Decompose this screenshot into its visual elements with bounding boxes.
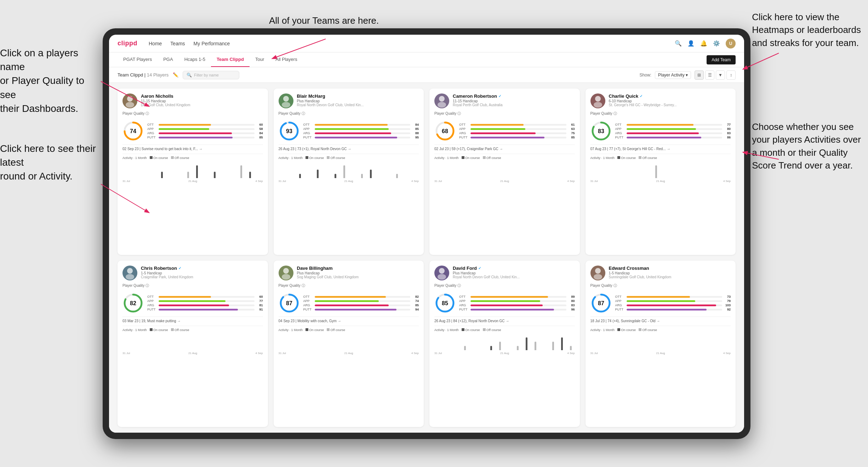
- activity-title: Activity · 1 Month: [122, 328, 147, 332]
- player-name[interactable]: Blair McHarg: [297, 93, 419, 99]
- player-name[interactable]: Dave Billingham: [297, 266, 419, 271]
- off-course-legend[interactable]: Off course: [171, 156, 189, 160]
- list-view-button[interactable]: ☰: [705, 70, 714, 80]
- tab-pga[interactable]: PGA: [158, 52, 178, 67]
- svg-point-1: [126, 102, 134, 108]
- stat-bar-bg-arg: [315, 304, 411, 306]
- on-course-legend[interactable]: On course: [462, 328, 480, 332]
- stat-label-arg: ARG: [303, 131, 313, 135]
- player-name[interactable]: Aaron Nicholls: [141, 93, 263, 99]
- nav-logo[interactable]: clippd: [118, 40, 137, 47]
- quality-stats: OTT 84 APP 85 ARG 88 PUTT 95: [303, 123, 419, 139]
- on-course-legend[interactable]: On course: [617, 156, 636, 160]
- latest-round-text[interactable]: 04 Sep 23 | Mobility with coach, Gym →: [279, 319, 419, 323]
- quality-label[interactable]: Player Quality ⓘ: [122, 283, 263, 288]
- off-course-legend[interactable]: Off course: [483, 156, 501, 160]
- tab-all-players[interactable]: All Players: [270, 52, 303, 67]
- search-box[interactable]: 🔍 Filter by name: [183, 71, 239, 79]
- player-score-circle[interactable]: 68: [434, 120, 456, 142]
- quality-label[interactable]: Player Quality ⓘ: [434, 283, 575, 288]
- on-course-legend[interactable]: On course: [617, 328, 636, 332]
- off-course-legend[interactable]: Off course: [171, 328, 189, 332]
- latest-round: 26 Aug 23 | 73 (+1), Royal North Devon G…: [279, 144, 419, 151]
- show-select[interactable]: Player Activity ▾: [655, 71, 691, 79]
- latest-round-text[interactable]: 26 Aug 23 | 84 (+12), Royal North Devon …: [434, 319, 575, 323]
- player-score-circle[interactable]: 74: [122, 120, 144, 142]
- tab-pgat[interactable]: PGAT Players: [118, 52, 158, 67]
- stat-value-arg: 103: [724, 303, 731, 307]
- off-course-legend[interactable]: Off course: [327, 328, 345, 332]
- off-course-legend[interactable]: Off course: [639, 328, 657, 332]
- quality-label[interactable]: Player Quality ⓘ: [434, 111, 575, 116]
- quality-label[interactable]: Player Quality ⓘ: [122, 111, 263, 116]
- latest-round-text[interactable]: 18 Jul 23 | 74 (+4), Sunningdale GC - Ol…: [590, 319, 731, 323]
- edit-icon[interactable]: ✏️: [173, 72, 178, 78]
- bell-icon[interactable]: 🔔: [700, 40, 707, 47]
- player-name[interactable]: Edward Crossman: [609, 266, 731, 271]
- quality-label[interactable]: Player Quality ⓘ: [590, 283, 731, 288]
- tab-hcaps[interactable]: Hcaps 1-5: [179, 52, 211, 67]
- on-course-legend[interactable]: On course: [305, 328, 324, 332]
- svg-point-36: [594, 274, 602, 280]
- player-name[interactable]: Cameron Robertson ✓: [453, 93, 575, 99]
- latest-round-text[interactable]: 26 Aug 23 | 73 (+1), Royal North Devon G…: [279, 147, 419, 151]
- off-course-legend[interactable]: Off course: [639, 156, 657, 160]
- stat-row-ott: OTT 84: [303, 123, 419, 126]
- player-card: Blair McHarg Plus Handicap Royal North D…: [274, 89, 424, 255]
- profile-icon[interactable]: 👤: [687, 40, 695, 47]
- stat-bar-app: [627, 300, 695, 302]
- grid-view-button[interactable]: ⊞: [695, 70, 704, 80]
- player-name[interactable]: David Ford ✓: [453, 266, 575, 271]
- add-team-button[interactable]: Add Team: [707, 55, 736, 64]
- quality-stats: OTT 89 APP 80 ARG 83 PUTT 96: [459, 295, 575, 311]
- on-course-dot: [150, 328, 153, 331]
- latest-round-text[interactable]: 02 Sep 23 | Sunrise round to get back in…: [122, 147, 263, 151]
- player-score-circle[interactable]: 87: [590, 292, 612, 314]
- on-course-legend[interactable]: On course: [305, 156, 324, 160]
- player-info: Edward Crossman 1-5 Handicap Sunningdale…: [609, 266, 731, 279]
- stat-bar-bg-ott: [627, 296, 723, 298]
- activity-section: Activity · 1 Month On course Off course: [434, 326, 575, 355]
- sort-button[interactable]: ↕: [726, 70, 736, 80]
- stat-label-arg: ARG: [459, 303, 469, 307]
- svg-point-11: [438, 102, 446, 108]
- latest-round-text[interactable]: 02 Jul 23 | 59 (+17), Craigmillar Park G…: [434, 147, 575, 151]
- on-course-legend[interactable]: On course: [150, 328, 168, 332]
- nav-my-performance[interactable]: My Performance: [194, 41, 230, 46]
- player-club: Drift Golf Club, United Kingdom: [141, 103, 263, 107]
- off-course-legend[interactable]: Off course: [327, 156, 345, 160]
- player-header: Dave Billingham Plus Handicap Sog Maging…: [279, 266, 419, 280]
- player-name[interactable]: Charlie Quick ✓: [609, 93, 731, 99]
- player-info: Charlie Quick ✓ 6-10 Handicap St. George…: [609, 93, 731, 107]
- quality-label[interactable]: Player Quality ⓘ: [279, 111, 419, 116]
- on-course-legend[interactable]: On course: [462, 156, 480, 160]
- player-score-circle[interactable]: 82: [122, 292, 144, 314]
- player-score-circle[interactable]: 87: [279, 292, 300, 314]
- latest-round-text[interactable]: 03 Mar 23 | 19, Must make putting →: [122, 319, 263, 323]
- activity-section: Activity · 1 Month On course Off course: [122, 154, 263, 183]
- search-icon[interactable]: 🔍: [675, 40, 682, 47]
- stat-label-ott: OTT: [459, 123, 469, 126]
- player-score-circle[interactable]: 85: [434, 292, 456, 314]
- nav-teams[interactable]: Teams: [170, 41, 185, 46]
- chart-date-3: 4 Sep: [256, 352, 263, 355]
- off-course-legend[interactable]: Off course: [483, 328, 501, 332]
- on-course-dot: [462, 156, 464, 159]
- tab-team-clippd[interactable]: Team Clippd: [211, 52, 250, 67]
- player-score-circle[interactable]: 93: [279, 120, 300, 142]
- player-header: Cameron Robertson ✓ 11-15 Handicap Royal…: [434, 93, 575, 108]
- quality-label[interactable]: Player Quality ⓘ: [590, 111, 731, 116]
- nav-home[interactable]: Home: [149, 41, 162, 46]
- quality-section: 82 OTT 60 APP 77 ARG 81 PUTT: [122, 292, 263, 314]
- user-avatar[interactable]: U: [726, 39, 736, 49]
- player-name[interactable]: Chris Robertson ✓: [141, 266, 263, 271]
- stat-row-ott: OTT 61: [459, 123, 575, 126]
- latest-round-text[interactable]: 07 Aug 23 | 77 (+7), St George's Hill GC…: [590, 147, 731, 151]
- on-course-legend[interactable]: On course: [150, 156, 168, 160]
- filter-button[interactable]: ▼: [716, 70, 725, 80]
- player-score-circle[interactable]: 83: [590, 120, 612, 142]
- tab-tour[interactable]: Tour: [250, 52, 270, 67]
- settings-icon[interactable]: ⚙️: [713, 40, 720, 47]
- quality-label[interactable]: Player Quality ⓘ: [279, 283, 419, 288]
- stat-label-app: APP: [615, 299, 625, 303]
